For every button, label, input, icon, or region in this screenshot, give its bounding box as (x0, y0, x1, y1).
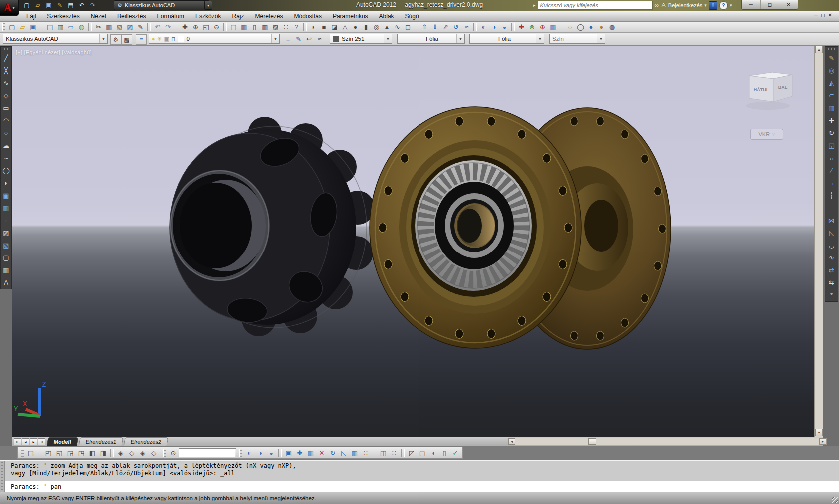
sphere-icon[interactable]: ● (350, 22, 361, 32)
bottom-view-icon[interactable]: ◱ (54, 448, 65, 458)
copy-edges-icon[interactable]: ◫ (378, 448, 389, 458)
qat-saveas-icon[interactable]: ✎ (55, 1, 65, 10)
close-button[interactable]: ✕ (779, 0, 798, 9)
tab-nav-next[interactable]: ▸ (30, 438, 37, 445)
workspace-switcher[interactable]: ⚙ Klasszikus AutoCAD ▾ (114, 0, 210, 10)
copy-icon[interactable]: ▦ (104, 22, 114, 32)
layer-properties-manager-button[interactable]: ≡ (136, 34, 147, 45)
ellipse-arc-icon[interactable]: ◗ (1, 177, 12, 189)
check-icon[interactable]: ✓ (450, 448, 461, 458)
chevron-down-icon[interactable]: ▼ (536, 34, 544, 43)
mirror-icon[interactable]: ◭ (826, 77, 837, 89)
search-binoculars-icon[interactable]: ∞ (655, 1, 659, 9)
viewcube[interactable]: HÁTUL BAL (746, 72, 792, 110)
cylinder-icon[interactable]: ▮ (361, 22, 371, 32)
doc-close-button[interactable]: ✕ (828, 12, 832, 18)
vkr-navigation-bar[interactable]: VKR ▽ (750, 129, 783, 140)
workspace-settings-button[interactable]: ⚙ (110, 34, 121, 45)
color-faces-icon[interactable]: ∷ (360, 448, 371, 458)
pan-icon[interactable]: ✚ (180, 22, 190, 32)
menu-szerkesztes[interactable]: Szerkesztés (41, 12, 85, 21)
array-icon[interactable]: ▦ (826, 102, 837, 114)
save-icon[interactable]: ▣ (28, 22, 38, 32)
cone-icon[interactable]: △ (340, 22, 350, 32)
menu-parametrikus[interactable]: Parametrikus (327, 12, 374, 21)
toolbar-grip[interactable] (21, 449, 24, 457)
qat-undo-icon[interactable]: ↶ (77, 1, 87, 10)
qat-plot-icon[interactable]: ▤ (66, 1, 76, 10)
revcloud-icon[interactable]: ☁ (1, 139, 12, 152)
union-icon[interactable]: ◐ (244, 448, 255, 458)
subtract-icon[interactable]: ◑ (489, 22, 499, 32)
blend-icon[interactable]: ∿ (826, 252, 837, 264)
qat-open-icon[interactable]: ▱ (33, 1, 43, 10)
visualstyle-shaded-icon[interactable]: ● (586, 22, 596, 32)
hscroll-thumb[interactable] (588, 438, 596, 445)
visualstyle-realistic-icon[interactable]: ● (596, 22, 607, 32)
toolbar-grip[interactable] (239, 449, 242, 457)
tab-nav-last[interactable]: ⇥ (38, 438, 45, 445)
planar-surface-icon[interactable]: ◻ (403, 22, 413, 32)
left-view-icon[interactable]: ◲ (65, 448, 76, 458)
markup-icon[interactable]: ▨ (270, 22, 281, 32)
properties-icon[interactable]: ▤ (228, 22, 239, 32)
make-block-icon[interactable]: ▦ (1, 202, 12, 214)
3d-move-icon[interactable]: ✚ (516, 22, 527, 32)
point-icon[interactable]: ∙ (1, 214, 12, 227)
back-view-icon[interactable]: ◨ (98, 448, 109, 458)
extrude-icon[interactable]: ⇑ (420, 22, 430, 32)
tab-nav-first[interactable]: ⇤ (14, 438, 21, 445)
match-properties-icon[interactable]: ✎ (135, 22, 146, 32)
imprint-icon[interactable]: ◸ (406, 448, 417, 458)
circle-icon[interactable]: ○ (1, 127, 12, 139)
scroll-right-icon[interactable]: ▸ (819, 438, 826, 445)
union-icon[interactable]: ◐ (478, 22, 489, 32)
line-icon[interactable]: ╱ (1, 52, 12, 64)
qat-redo-icon[interactable]: ↷ (88, 1, 98, 10)
polysolid-icon[interactable]: ◗ (308, 22, 319, 32)
viewport-vscrollbar[interactable]: ▴ ▾ (814, 46, 823, 437)
qat-new-icon[interactable]: ▢ (22, 1, 32, 10)
extend-icon[interactable]: → (826, 177, 837, 189)
quickcalc-icon[interactable]: ∷ (281, 22, 291, 32)
scroll-down-icon[interactable]: ▾ (815, 429, 823, 436)
3d-rotate-icon[interactable]: ⊗ (527, 22, 537, 32)
cut-icon[interactable]: ✂ (93, 22, 104, 32)
layer-combo[interactable]: ●☀▣⊓ 0 ▼ (149, 34, 280, 44)
zoom-previous-icon[interactable]: ⊖ (211, 22, 222, 32)
make-object-layer-current-icon[interactable]: ✎ (293, 34, 304, 44)
menu-formatum[interactable]: Formátum (151, 12, 190, 21)
model-viewport[interactable]: Z X Y HÁTUL BAL (12, 46, 814, 437)
3d-model-hub-front-flange[interactable] (370, 107, 581, 348)
intersect-icon[interactable]: ◒ (266, 448, 277, 458)
doc-restore-button[interactable]: ◻ (821, 12, 825, 18)
help-chevron-icon[interactable]: ▾ (730, 3, 732, 8)
viewport-controls-label[interactable]: [−] [Egyéni nézet] [Valósághű] (16, 49, 92, 55)
restore-button[interactable]: ◻ (761, 0, 780, 9)
menu-meretezes[interactable]: Méretezés (249, 12, 288, 21)
lineweight-combo[interactable]: Fólia ▼ (469, 34, 544, 44)
help-icon[interactable]: ? (291, 22, 302, 32)
zoom-previous-icon[interactable]: ⊙ (168, 448, 179, 458)
gradient-icon[interactable]: ▧ (1, 239, 12, 252)
separate-icon[interactable]: ◖ (428, 448, 439, 458)
pyramid-icon[interactable]: ▲ (382, 22, 392, 32)
sw-isometric-icon[interactable]: ◈ (115, 448, 126, 458)
mtext-icon[interactable]: A (1, 276, 12, 289)
layer-previous-icon[interactable]: ↩ (304, 34, 314, 44)
shell-icon[interactable]: ▯ (439, 448, 450, 458)
layer-freeze-sun-icon[interactable]: ☀ (157, 36, 162, 42)
trim-icon[interactable]: ∕ (826, 164, 837, 177)
taper-faces-icon[interactable]: ◺ (338, 448, 349, 458)
zoom-realtime-icon[interactable]: ⊕ (190, 22, 201, 32)
ne-isometric-icon[interactable]: ◈ (137, 448, 148, 458)
paste-icon[interactable]: ▧ (114, 22, 125, 32)
rotate-icon[interactable]: ↻ (826, 127, 837, 139)
ellipse-icon[interactable]: ◯ (1, 164, 12, 177)
spline-icon[interactable]: ∼ (1, 152, 12, 164)
paste-special-icon[interactable]: ▨ (125, 22, 135, 32)
copy-faces-icon[interactable]: ▥ (349, 448, 360, 458)
menu-modositas[interactable]: Módosítás (289, 12, 327, 21)
region-icon[interactable]: ▢ (1, 252, 12, 264)
layer-vp-freeze-icon[interactable]: ▣ (164, 36, 169, 42)
